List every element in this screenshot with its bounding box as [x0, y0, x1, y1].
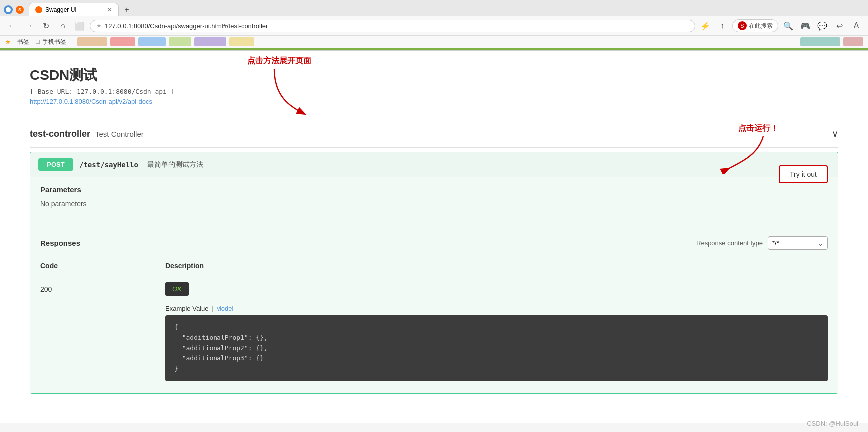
- bookmark-right-1[interactable]: [800, 37, 840, 46]
- response-content-type-label: Response content type: [696, 239, 763, 247]
- active-tab[interactable]: Swagger UI ✕: [29, 3, 119, 16]
- col-header-description: Description: [165, 262, 828, 270]
- responses-header: Responses Response content type */*: [40, 236, 828, 250]
- api-endpoint-header[interactable]: POST /test/sayHello 最简单的测试方法: [30, 152, 838, 177]
- example-value-tab[interactable]: Example Value: [165, 305, 208, 312]
- tab-title: Swagger UI: [45, 6, 77, 13]
- url-display: 127.0.0.1:8080/Csdn-api/swagger-ui.html#…: [105, 22, 689, 30]
- pipe-divider: |: [211, 305, 213, 312]
- method-badge: POST: [38, 158, 73, 171]
- search-button[interactable]: 🔍: [781, 19, 795, 33]
- controller-header[interactable]: test-controller Test Controller ∨: [30, 120, 838, 148]
- try-it-out-button[interactable]: Try it out: [779, 165, 828, 183]
- game-button[interactable]: 🎮: [798, 19, 812, 33]
- response-table: Code Description 200 OK Example Value |: [40, 258, 828, 385]
- controller-title-group: test-controller Test Controller: [30, 129, 144, 139]
- bookmark-item-6[interactable]: [229, 37, 254, 46]
- tab-bar: S Swagger UI ✕ +: [0, 0, 868, 16]
- bookmark-label: 书签: [17, 38, 29, 46]
- bookmark-item-4[interactable]: [169, 37, 191, 46]
- api-endpoint-wrapper: POST /test/sayHello 最简单的测试方法 Parameters …: [30, 152, 838, 394]
- tab-favicon-inner: [35, 6, 42, 13]
- response-content-type-select[interactable]: */*: [768, 236, 828, 250]
- response-code-200: 200: [40, 282, 165, 293]
- example-tabs: Example Value | Model: [165, 305, 828, 312]
- controller-name: test-controller: [30, 129, 90, 139]
- response-type-group: Response content type */*: [696, 236, 828, 250]
- right-bookmarks: [800, 37, 863, 46]
- responses-section: Responses Response content type */*: [40, 228, 828, 385]
- page-content: 点击方法展开页面 点击运行！: [0, 51, 868, 423]
- forward-button[interactable]: →: [22, 19, 36, 33]
- col-header-code: Code: [40, 262, 165, 270]
- bookmark-bookmarks[interactable]: 书签: [17, 38, 29, 46]
- bookmarks-bar: ★ 书签 ☐ 手机书签: [0, 36, 868, 48]
- example-value-section: Example Value | Model { "additionalProp1…: [165, 305, 828, 381]
- tab-view-button[interactable]: ⬜: [73, 19, 87, 33]
- back-button[interactable]: ←: [5, 19, 19, 33]
- browser-chrome: S Swagger UI ✕ + ← → ↻ ⌂ ⬜ ★ 127.0.0.1:8…: [0, 0, 868, 51]
- params-content: Parameters No parameters: [40, 185, 779, 218]
- response-code-content: { "additionalProp1": {}, "additionalProp…: [174, 322, 819, 374]
- bookmark-item-1[interactable]: [77, 37, 107, 46]
- nav-bar: ← → ↻ ⌂ ⬜ ★ 127.0.0.1:8080/Csdn-api/swag…: [0, 16, 868, 36]
- refresh-button[interactable]: ↻: [39, 19, 53, 33]
- parameters-section: Parameters No parameters Try it out: [40, 185, 828, 218]
- ok-badge: OK: [165, 282, 189, 296]
- bookmark-item-3[interactable]: [138, 37, 166, 46]
- phone-icon: ☐: [35, 39, 40, 45]
- chat-button[interactable]: 💬: [815, 19, 829, 33]
- controller-description: Test Controller: [95, 130, 144, 138]
- lightning-button[interactable]: ⚡: [698, 19, 712, 33]
- swagger-favicon: S: [16, 6, 24, 14]
- annotation-expand-text: 点击方法展开页面: [239, 56, 319, 66]
- bookmark-phone[interactable]: ☐ 手机书签: [35, 38, 66, 46]
- colored-bookmarks: [77, 37, 254, 46]
- back-arrow-button[interactable]: ↩: [832, 19, 846, 33]
- annotation-expand: 点击方法展开页面: [239, 56, 319, 116]
- tab-close-button[interactable]: ✕: [107, 6, 112, 13]
- responses-title: Responses: [40, 239, 80, 247]
- base-url: [ Base URL: 127.0.0.1:8080/Csdn-api ]: [30, 88, 838, 95]
- user-search[interactable]: S 在此搜索: [732, 19, 778, 32]
- no-parameters-text: No parameters: [40, 200, 779, 208]
- endpoint-body: Parameters No parameters Try it out Resp…: [30, 177, 838, 393]
- api-docs-link[interactable]: http://127.0.0.1:8080/Csdn-api/v2/api-do…: [30, 98, 152, 105]
- star-icon: ★: [5, 38, 11, 46]
- parameters-title: Parameters: [40, 185, 779, 194]
- user-initial: S: [738, 21, 747, 30]
- bookmark-item-2[interactable]: [110, 37, 135, 46]
- address-bar[interactable]: ★ 127.0.0.1:8080/Csdn-api/swagger-ui.htm…: [90, 20, 695, 32]
- home-button[interactable]: ⌂: [56, 19, 70, 33]
- new-tab-button[interactable]: +: [121, 4, 133, 16]
- share-button[interactable]: ↑: [715, 19, 729, 33]
- bookmark-right-2[interactable]: [843, 37, 863, 46]
- model-tab-link[interactable]: Model: [216, 305, 233, 312]
- response-description: OK Example Value | Model { "additionalPr…: [165, 282, 828, 381]
- table-row: 200 OK Example Value | Model: [40, 278, 828, 385]
- endpoint-summary: 最简单的测试方法: [147, 160, 203, 169]
- chevron-down-icon[interactable]: ∨: [832, 128, 838, 139]
- endpoint-path: /test/sayHello: [79, 161, 138, 169]
- watermark: CSDN: @HuiSoul: [807, 420, 858, 423]
- green-accent-bar: [0, 48, 868, 50]
- browser-icon: [4, 5, 13, 14]
- response-code-block: { "additionalProp1": {}, "additionalProp…: [165, 315, 828, 381]
- app-title: CSDN测试: [30, 66, 838, 85]
- phone-bookmark-label: 手机书签: [42, 38, 66, 46]
- search-text: 在此搜索: [749, 22, 773, 30]
- more-button[interactable]: A: [849, 19, 863, 33]
- bookmark-item-5[interactable]: [194, 37, 226, 46]
- response-content-type-select-wrapper[interactable]: */*: [768, 236, 828, 250]
- response-table-header: Code Description: [40, 258, 828, 274]
